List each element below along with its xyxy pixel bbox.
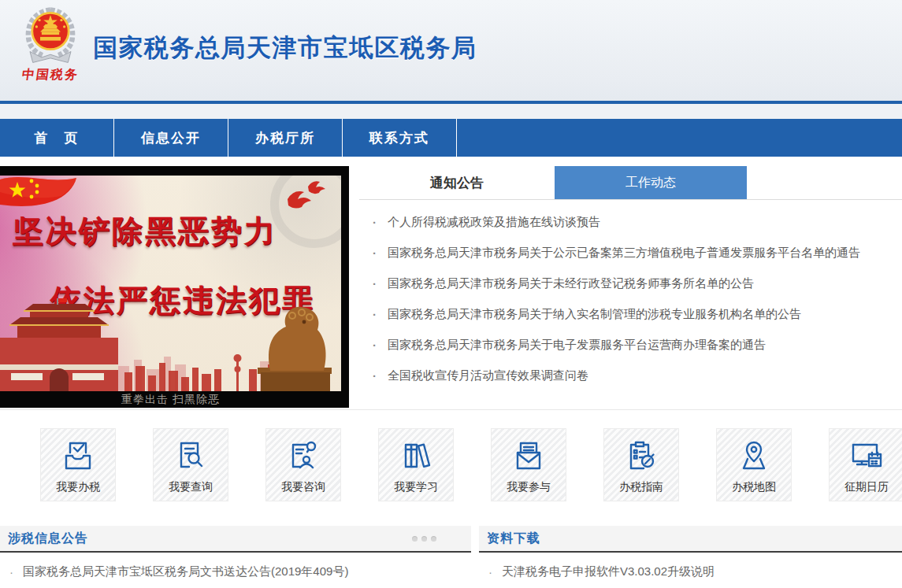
banner-artwork: 坚决铲除黑恶势力 依法严惩违法犯罪	[0, 176, 341, 391]
notice-tabs: 通知公告 工作动态	[359, 166, 902, 200]
quick-link-label: 我要学习	[379, 480, 453, 494]
tax-info-section: 涉税信息公告 国家税务总局天津市宝坻区税务局文书送达公告(2019年409号)	[0, 526, 471, 579]
banner-caption: 重拳出击 扫黑除恶	[0, 391, 341, 408]
tax-info-link[interactable]: 国家税务总局天津市宝坻区税务局文书送达公告(2019年409号)	[0, 564, 471, 579]
notice-link[interactable]: 国家税务总局天津市税务局关于公示已备案第三方增值税电子普通发票服务平台名单的通告	[359, 238, 902, 268]
quick-link-map[interactable]: 办税地图	[716, 428, 792, 501]
query-icon	[172, 437, 210, 475]
quick-link-guide[interactable]: 办税指南	[603, 428, 679, 501]
quick-link-label: 征期日历	[830, 480, 902, 494]
stone-lion-graphic	[254, 292, 333, 391]
notice-panel: 通知公告 工作动态 个人所得税减税政策及措施在线访谈预告 国家税务总局天津市税务…	[359, 166, 902, 408]
download-link[interactable]: 天津税务电子申报软件V3.03.02升级说明	[479, 564, 902, 579]
map-icon	[735, 437, 773, 475]
notice-link[interactable]: 国家税务总局天津市税务局关于电子发票服务平台运营商办理备案的通告	[359, 330, 902, 361]
quick-link-label: 我要查询	[154, 480, 228, 494]
notice-link[interactable]: 个人所得税减税政策及措施在线访谈预告	[359, 207, 902, 238]
section-header: 资料下载	[479, 526, 902, 553]
main-content-row: 坚决铲除黑恶势力 依法严惩违法犯罪	[0, 166, 902, 410]
quick-link-study[interactable]: 我要学习	[378, 428, 454, 501]
nav-item-info-disclosure[interactable]: 信息公开	[114, 119, 228, 157]
calendar-icon	[848, 437, 885, 475]
site-header: 中国税务 国家税务总局天津市宝坻区税务局	[0, 0, 902, 101]
quick-link-query[interactable]: 我要查询	[153, 428, 228, 501]
quick-link-participate[interactable]: 我要参与	[491, 428, 566, 501]
logo-caption: 中国税务	[10, 67, 91, 83]
quick-link-label: 办税指南	[604, 480, 678, 494]
site-logo[interactable]: 中国税务	[11, 4, 90, 83]
ellipsis-dots-icon[interactable]	[412, 536, 436, 542]
section-header: 涉税信息公告	[0, 526, 471, 553]
quick-link-consult[interactable]: 我要咨询	[265, 428, 341, 501]
quick-link-label: 我要办税	[41, 480, 115, 494]
quick-link-calendar[interactable]: 征期日历	[829, 428, 902, 501]
study-icon	[397, 437, 435, 475]
nav-item-contact[interactable]: 联系方式	[343, 119, 457, 157]
notice-link[interactable]: 全国税收宣传月活动宣传效果调查问卷	[359, 361, 902, 391]
section-title: 资料下载	[487, 531, 540, 547]
quick-links-row: 我要办税 我要查询 我要咨询 我要学习	[0, 428, 902, 501]
tab-notices[interactable]: 通知公告	[359, 166, 555, 199]
notice-link[interactable]: 国家税务总局天津市税务局关于纳入实名制管理的涉税专业服务机构名单的公告	[359, 299, 902, 330]
header-gap	[0, 104, 902, 119]
site-title: 国家税务总局天津市宝坻区税务局	[93, 31, 477, 65]
tiananmen-graphic	[0, 298, 138, 391]
tax-filing-icon	[59, 437, 97, 475]
downloads-section: 资料下载 天津税务电子申报软件V3.03.02升级说明	[479, 526, 902, 579]
quick-link-tax-filing[interactable]: 我要办税	[40, 428, 116, 501]
nav-item-home[interactable]: 首 页	[0, 119, 114, 157]
china-tax-emblem-icon	[20, 4, 81, 68]
section-title: 涉税信息公告	[8, 531, 88, 547]
notice-list: 个人所得税减税政策及措施在线访谈预告 国家税务总局天津市税务局关于公示已备案第三…	[359, 200, 902, 391]
consult-icon	[284, 437, 322, 475]
notice-link[interactable]: 国家税务总局天津市税务局关于未经行政登记税务师事务所名单的公告	[359, 268, 902, 299]
guide-icon	[622, 437, 660, 475]
bottom-sections: 涉税信息公告 国家税务总局天津市宝坻区税务局文书送达公告(2019年409号) …	[0, 526, 902, 579]
quick-link-label: 办税地图	[717, 480, 791, 494]
campaign-banner[interactable]: 坚决铲除黑恶势力 依法严惩违法犯罪	[0, 166, 349, 408]
banner-slogan-line1: 坚决铲除黑恶势力	[13, 210, 277, 253]
main-nav: 首 页 信息公开 办税厅所 联系方式	[0, 119, 902, 157]
doves-icon	[278, 179, 329, 212]
nav-item-tax-halls[interactable]: 办税厅所	[228, 119, 343, 157]
participate-icon	[510, 437, 548, 475]
quick-link-label: 我要咨询	[266, 480, 340, 494]
tab-work-updates[interactable]: 工作动态	[555, 166, 747, 199]
quick-link-label: 我要参与	[492, 480, 566, 494]
